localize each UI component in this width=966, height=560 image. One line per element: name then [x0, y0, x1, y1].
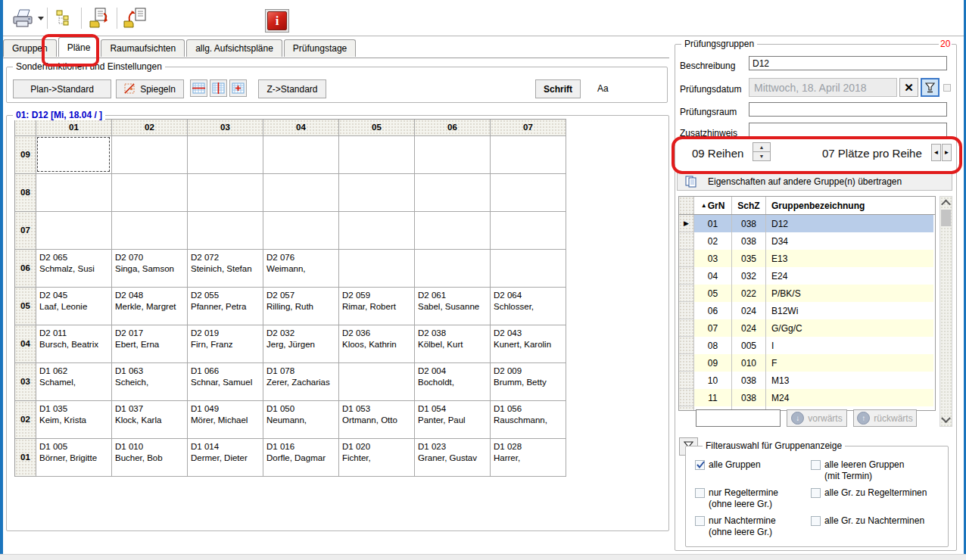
seat-cell[interactable]: D2 064Schlosser,: [491, 288, 566, 325]
seat-cell[interactable]: [36, 212, 112, 250]
row-selector-cell[interactable]: [679, 389, 694, 406]
seat-cell[interactable]: D1 062Schamel,: [36, 363, 112, 401]
spiegeln-button[interactable]: Spiegeln: [116, 79, 184, 98]
group-row[interactable]: 02038D34: [679, 232, 935, 250]
group-row[interactable]: 07024G/Gg/C: [679, 319, 935, 337]
seat-cell[interactable]: D1 054Panter, Paul: [415, 401, 491, 439]
seat-cell[interactable]: [339, 363, 415, 401]
seat-cell[interactable]: D2 059Rimar, Robert: [339, 288, 415, 325]
search-backward-button[interactable]: ↑ rückwärts: [853, 409, 917, 427]
seat-cell[interactable]: D1 016Dorfle, Dagmar: [263, 439, 339, 477]
search-forward-button[interactable]: ↓ vorwärts: [787, 409, 847, 427]
tab-allg-aufsichtspläne[interactable]: allg. Aufsichtspläne: [186, 39, 282, 57]
seat-cell[interactable]: [415, 250, 491, 288]
checkbox-nur-regeltermine[interactable]: [695, 488, 705, 498]
seat-cell[interactable]: [112, 212, 188, 250]
date-filter-toggle[interactable]: [921, 78, 940, 97]
beschreibung-input[interactable]: [749, 56, 947, 70]
tree-view-button[interactable]: [53, 6, 76, 30]
seat-cell[interactable]: D2 019Firn, Franz: [188, 325, 263, 363]
seat-cell[interactable]: [339, 250, 415, 288]
grid-center-button[interactable]: [229, 79, 247, 97]
checkbox-alle-gr-zu-nachterminen[interactable]: [811, 516, 821, 526]
seat-cell[interactable]: D1 035Keim, Krista: [36, 401, 112, 439]
grid-vsplit-button[interactable]: [210, 79, 227, 97]
group-row[interactable]: ▶01038D12: [679, 215, 935, 232]
group-row[interactable]: 03035E13: [679, 250, 935, 267]
current-row-marker[interactable]: ▶: [679, 215, 694, 232]
info-button[interactable]: i: [265, 9, 289, 33]
plaetze-left-button[interactable]: ◄: [931, 144, 941, 161]
seat-cell[interactable]: D2 057Rilling, Ruth: [263, 288, 339, 325]
seat-cell[interactable]: D1 037Klock, Karla: [112, 401, 188, 439]
group-row[interactable]: 08005I: [679, 337, 935, 354]
export-plan-button[interactable]: [86, 6, 114, 30]
seat-cell[interactable]: D1 053Ortmann, Otto: [339, 401, 415, 439]
transfer-properties-button[interactable]: Eigenschaften auf andere Gruppe(n) übert…: [677, 172, 952, 191]
scroll-up-button[interactable]: [940, 197, 952, 209]
seat-cell[interactable]: D1 049Mörer, Michael: [188, 401, 263, 439]
row-selector-cell[interactable]: [679, 250, 694, 267]
checkbox-nur-nachtermine[interactable]: [695, 516, 705, 526]
print-dropdown-arrow[interactable]: [38, 17, 44, 20]
seat-cell[interactable]: [339, 212, 415, 250]
row-selector-cell[interactable]: [679, 337, 694, 354]
seat-cell[interactable]: D1 078Zerer, Zacharias: [263, 363, 339, 401]
seat-cell[interactable]: D2 076Weimann,: [263, 250, 339, 288]
zusatzhinweis-input[interactable]: [749, 123, 947, 137]
seat-cell[interactable]: [491, 174, 566, 212]
column-header-schz[interactable]: SchZ: [732, 197, 766, 214]
groups-scrollbar[interactable]: [940, 196, 952, 427]
seat-cell[interactable]: [188, 174, 263, 212]
date-filter-checkbox[interactable]: [943, 84, 951, 92]
seat-cell[interactable]: D1 028Harrer,: [491, 439, 566, 477]
seat-cell[interactable]: D2 004Bocholdt,: [415, 363, 491, 401]
seat-cell[interactable]: D1 023Graner, Gustav: [415, 439, 491, 477]
seat-cell[interactable]: D2 036Kloos, Kathrin: [339, 325, 415, 363]
seat-cell[interactable]: D2 072Steinich, Stefan: [188, 250, 263, 288]
schrift-button[interactable]: Schrift: [535, 79, 581, 98]
seat-cell[interactable]: [112, 136, 188, 174]
seat-cell[interactable]: D1 014Dermer, Dieter: [188, 439, 263, 477]
seat-cell[interactable]: [415, 212, 491, 250]
plaetze-right-button[interactable]: ►: [942, 144, 952, 161]
seat-cell[interactable]: D2 038Kölbel, Kurt: [415, 325, 491, 363]
scroll-down-button[interactable]: [940, 414, 952, 426]
seat-cell[interactable]: [263, 212, 339, 250]
tab-pläne[interactable]: Pläne: [58, 37, 100, 57]
column-header-grn[interactable]: ▲GrN: [694, 197, 732, 214]
tab-gruppen[interactable]: Gruppen: [3, 39, 57, 57]
seat-cell[interactable]: D1 010Bucher, Bob: [112, 439, 188, 477]
seat-cell[interactable]: [112, 174, 188, 212]
row-selector-cell[interactable]: [679, 319, 694, 337]
seat-cell[interactable]: [415, 136, 491, 174]
seat-cell[interactable]: [491, 250, 566, 288]
seat-cell[interactable]: D1 050Neumann,: [263, 401, 339, 439]
seat-cell[interactable]: D2 045Laaf, Leonie: [36, 288, 112, 325]
scroll-thumb[interactable]: [941, 210, 951, 226]
seat-cell[interactable]: [263, 136, 339, 174]
seat-cell[interactable]: [491, 136, 566, 174]
grid-hsplit-button[interactable]: [190, 79, 207, 97]
seat-cell[interactable]: D2 032Jerg, Jürgen: [263, 325, 339, 363]
group-row[interactable]: 11038M24: [679, 389, 935, 406]
row-selector-cell[interactable]: [679, 372, 694, 389]
seat-cell[interactable]: D1 020Fichter,: [339, 439, 415, 477]
column-header-gruppenbezeichnung[interactable]: Gruppenbezeichnung: [766, 197, 933, 214]
pruefungsraum-input[interactable]: [749, 102, 947, 117]
row-selector-cell[interactable]: [679, 302, 694, 319]
seat-cell[interactable]: [339, 174, 415, 212]
seat-cell[interactable]: [263, 174, 339, 212]
seat-cell[interactable]: D2 009Brumm, Betty: [491, 363, 566, 401]
row-selector-cell[interactable]: [679, 232, 694, 250]
seat-cell[interactable]: D2 048Merkle, Margret: [112, 288, 188, 325]
seat-cell[interactable]: [339, 136, 415, 174]
row-selector-cell[interactable]: [679, 354, 694, 372]
seat-cell[interactable]: [188, 212, 263, 250]
seat-cell[interactable]: [36, 174, 112, 212]
seat-cell[interactable]: D2 011Bursch, Beatrix: [36, 325, 112, 363]
tab-prüfungstage[interactable]: Prüfungstage: [284, 39, 356, 57]
checkbox-alle-leeren-gruppen[interactable]: [811, 460, 821, 470]
checkbox-alle-gruppen[interactable]: [695, 460, 705, 470]
group-row[interactable]: 09010F: [679, 354, 935, 372]
